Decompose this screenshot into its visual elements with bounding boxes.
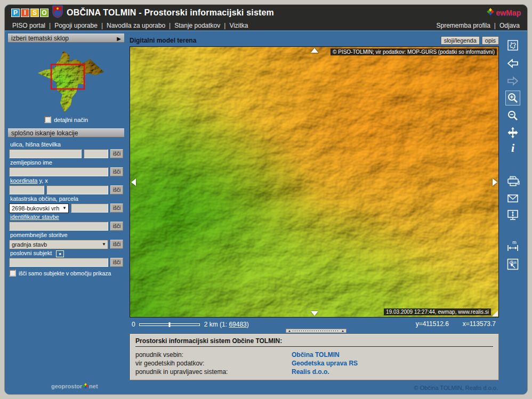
scale-tick: [168, 322, 170, 327]
back-button[interactable]: [505, 56, 520, 71]
full-extent-icon: [506, 39, 519, 52]
dkn-icon: dkn: [506, 257, 520, 271]
main-menu: PISO portal | Pogoji uporabe | Navodila …: [5, 20, 527, 30]
pan-north-button[interactable]: [311, 48, 318, 53]
business-search-button[interactable]: išči: [110, 258, 123, 267]
dkn-select-button[interactable]: dkn: [505, 257, 520, 272]
area-only-label: išči samo subjekte v območju prikaza: [19, 270, 111, 276]
cadastral-label: katastrska občina, parcela: [10, 196, 123, 202]
info-row: vir geodetskih podatkov: Geodetska uprav…: [135, 359, 493, 368]
dropdown-arrow-icon: ▼: [61, 206, 68, 210]
splitter-arrow-icon: ▲: [288, 329, 291, 332]
scale-ratio-link[interactable]: 69483: [229, 321, 246, 328]
zoom-in-icon: [506, 92, 519, 104]
street-search-button[interactable]: išči: [110, 149, 123, 158]
scale-bar: [139, 323, 200, 326]
send-mail-button[interactable]: [505, 191, 520, 206]
info-row: ponudnik vsebin: Občina TOLMIN: [135, 351, 493, 359]
coordinate-search-button[interactable]: išči: [110, 185, 123, 194]
area-only-checkbox[interactable]: [9, 270, 16, 276]
geoprostor-text-left: geoprostor: [51, 383, 82, 389]
copyright-text: © Občina TOLMIN, Realis d.o.o.: [414, 385, 498, 391]
geoprostor-logo[interactable]: geoprostor net: [51, 381, 98, 391]
piso-logo-letter-s: S: [30, 9, 39, 17]
coordinate-link[interactable]: koordinata: [10, 177, 37, 184]
building-id-link[interactable]: identifikator stavbe: [10, 214, 59, 220]
services-search-button[interactable]: išči: [110, 240, 123, 249]
info-row-value-link[interactable]: Občina TOLMIN: [292, 351, 340, 359]
info-row: ponudnik in upravljavec sistema: Realis …: [135, 368, 493, 376]
menu-separator: |: [169, 22, 171, 29]
piso-logo[interactable]: P I S O: [11, 9, 49, 17]
menu-separator: |: [101, 22, 103, 29]
info-row-label: ponudnik in upravljavec sistema:: [135, 368, 292, 376]
menu-separator: |: [49, 22, 51, 29]
menu-item-pogoji-uporabe[interactable]: Pogoji uporabe: [54, 22, 98, 29]
menu-item-stanje-podatkov[interactable]: Stanje podatkov: [174, 22, 220, 29]
printer-icon: [506, 175, 520, 188]
svg-text:dkn: dkn: [509, 259, 517, 265]
info-tool-button[interactable]: i: [505, 141, 520, 156]
splitter-arrow-icon: ▲: [341, 329, 344, 332]
info-row-value-link[interactable]: Realis d.o.o.: [292, 368, 329, 376]
coordinate-label: koordinata y, x: [10, 177, 123, 184]
map-canvas[interactable]: © PISO-TOLMIN; vir podatkov: MOP-GURS (p…: [130, 46, 499, 317]
theme-selector-header[interactable]: izberi tematski sklop ▶: [8, 34, 124, 43]
menu-item-piso-portal[interactable]: PISO portal: [12, 22, 45, 29]
info-panel: Prostorski informacijski sistem Občine T…: [130, 333, 499, 380]
menu-item-sprememba-profila[interactable]: Sprememba profila: [436, 22, 490, 29]
measure-distance-button[interactable]: m: [505, 239, 520, 254]
map-panel-title: Digitalni model terena: [130, 37, 439, 44]
pan-east-button[interactable]: [493, 178, 497, 186]
pan-icon: [506, 126, 519, 139]
forward-button[interactable]: [505, 74, 520, 88]
theme-selector-label: izberi tematski sklop: [11, 35, 69, 42]
building-id-input[interactable]: [9, 222, 108, 231]
services-select[interactable]: gradnja stavb ▼: [9, 240, 108, 249]
map-toolbar: i: [504, 5, 523, 394]
top-bar: P I S O OBČINA TOLMIN - Prostorski infor…: [5, 5, 527, 30]
pan-west-button[interactable]: [131, 178, 136, 186]
detail-mode-checkbox[interactable]: [44, 116, 51, 123]
overview-map[interactable]: [23, 45, 109, 113]
full-extent-button[interactable]: [505, 38, 520, 53]
description-button[interactable]: opis: [482, 36, 499, 45]
coat-of-arms-icon: [52, 5, 63, 20]
building-search-button[interactable]: išči: [110, 222, 123, 231]
piso-logo-letter-o: O: [40, 9, 49, 17]
coordinate-y-input[interactable]: [9, 185, 44, 194]
info-row-label: vir geodetskih podatkov:: [135, 359, 292, 368]
info-row-value-link[interactable]: Geodetska uprava RS: [292, 359, 358, 368]
menu-item-navodila-za-uporabo[interactable]: Navodila za uporabo: [107, 22, 165, 29]
zoom-out-icon: [506, 109, 519, 122]
layers-legend-button[interactable]: sloji/legenda: [441, 36, 480, 45]
scale-prefix: 2 km (1:: [204, 321, 229, 328]
coordinate-x-input[interactable]: [46, 185, 108, 194]
pan-tool-button[interactable]: [505, 125, 520, 140]
panel-collapse-handle[interactable]: ▲ ▲: [286, 329, 346, 333]
zoom-in-tool-button[interactable]: [505, 91, 520, 105]
house-number-input[interactable]: [84, 149, 108, 158]
street-input[interactable]: [9, 149, 82, 158]
cadastral-select[interactable]: 2698-bukovski vrh ▼: [9, 203, 69, 213]
location-search-header[interactable]: splošno iskanje lokacije: [8, 128, 124, 137]
map-timestamp-overlay: 19.03.2009 12:27:44, ewmap, www.realis.s…: [384, 308, 491, 315]
cadastral-search-button[interactable]: išči: [110, 203, 123, 213]
screen-size-icon: [506, 209, 519, 222]
location-search-label: splošno iskanje lokacije: [11, 129, 78, 137]
menu-item-vizitka[interactable]: Vizitka: [229, 22, 248, 29]
business-input[interactable]: [9, 258, 108, 267]
building-id-label: identifikator stavbe: [10, 214, 123, 221]
services-select-value: gradnja stavb: [12, 241, 100, 248]
zoom-out-tool-button[interactable]: [505, 108, 520, 123]
terrain-image: [130, 47, 498, 317]
geoname-search-button[interactable]: išči: [110, 167, 123, 176]
parcel-input[interactable]: [71, 203, 108, 213]
business-lookup-button[interactable]: ●: [56, 250, 64, 257]
print-button[interactable]: [505, 174, 520, 189]
geoname-input[interactable]: [9, 167, 108, 176]
screen-export-button[interactable]: [505, 208, 520, 223]
map-resize-handle[interactable]: [492, 311, 498, 316]
geoprostor-text-right: net: [89, 383, 98, 389]
pan-south-button[interactable]: [311, 311, 318, 316]
